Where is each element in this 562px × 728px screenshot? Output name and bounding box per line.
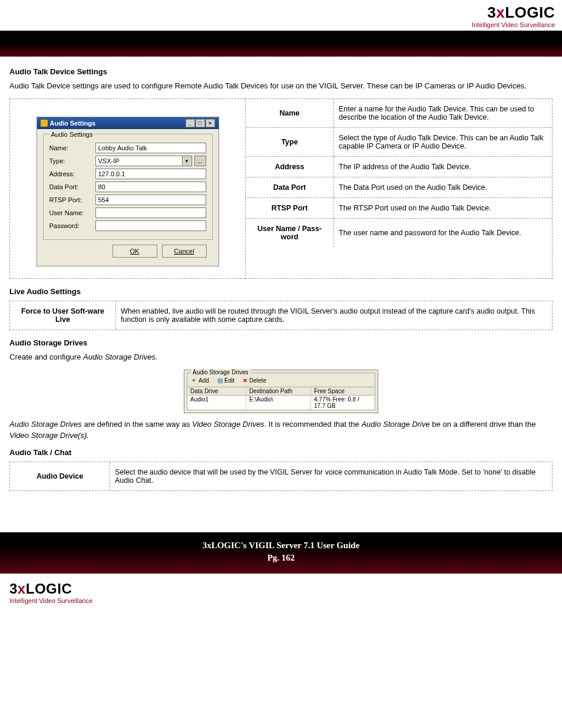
row-desc-dataport: The Data Port used on the Audio Talk Dev… [334, 177, 552, 197]
input-username[interactable] [95, 207, 206, 218]
section-intro-audio-talk-device: Audio Talk Device settings are used to c… [9, 81, 553, 91]
audio-settings-screenshot: Audio Settings _ □ × Audio Settings [9, 98, 245, 279]
dialog-title-text: Audio Settings [50, 120, 96, 127]
top-logo: 3xLOGIC Intelligent Video Surveillance [0, 0, 562, 31]
col-data-drive: Data Drive [187, 387, 246, 395]
label-name: Name: [49, 144, 95, 151]
row-label-userpass: User Name / Pass-word [246, 219, 334, 247]
cancel-button[interactable]: Cancel [162, 245, 207, 258]
logo-wordmark-bottom: 3xLOGIC [9, 582, 553, 596]
cell-dest-path: E:\Audio\ [246, 396, 311, 410]
audio-settings-dialog: Audio Settings _ □ × Audio Settings [37, 117, 219, 266]
row-label-dataport: Data Port [246, 177, 334, 197]
section-title-audio-talk-chat: Audio Talk / Chat [9, 448, 553, 457]
chat-row-desc: Select the audio device that will be use… [110, 462, 552, 490]
chat-row-label: Audio Device [10, 462, 110, 490]
storage-grid-header: Data Drive Destination Path Free Space [187, 387, 375, 396]
content-area: Audio Talk Device Settings Audio Talk De… [0, 67, 562, 491]
storage-intro: Create and configure Audio Storage Drive… [9, 352, 553, 363]
maximize-button[interactable]: □ [196, 119, 205, 127]
row-label-address: Address [246, 157, 334, 177]
row-desc-address: The IP address of the Audio Talk Device. [334, 157, 552, 177]
storage-grid-row[interactable]: Audio1 E:\Audio\ 4.77% Free: 0.8 / 17.7 … [187, 396, 375, 410]
document-page: 3xLOGIC Intelligent Video Surveillance A… [0, 0, 562, 616]
row-label-rtspport: RTSP Port [246, 198, 334, 218]
audio-chat-table: Audio Device Select the audio device tha… [9, 462, 553, 491]
delete-icon: ✕ [243, 377, 247, 384]
section-title-storage: Audio Storage Drives [9, 338, 553, 347]
footer-page: Pg. 162 [0, 552, 562, 564]
window-buttons: _ □ × [186, 119, 215, 127]
cell-free-space: 4.77% Free: 0.8 / 17.7 GB [311, 396, 375, 410]
cell-data-drive: Audio1 [187, 396, 246, 410]
input-dataport[interactable] [95, 182, 206, 192]
label-address: Address: [49, 170, 95, 177]
col-dest-path: Destination Path [246, 387, 311, 395]
minimize-button[interactable]: _ [186, 119, 195, 127]
fieldset-legend: Audio Settings [49, 131, 95, 138]
storage-edit-button[interactable]: ▤Edit [217, 376, 234, 384]
live-row-desc: When enabled, live audio will be routed … [116, 301, 552, 330]
input-rtspport[interactable] [95, 195, 206, 205]
section-title-audio-talk-device: Audio Talk Device Settings [9, 67, 553, 76]
logo-x: x [496, 4, 505, 21]
logo-tagline-bottom: Intelligent Video Surveillance [9, 597, 553, 604]
audio-talk-settings-table: Name Enter a name for the Audio Talk Dev… [245, 98, 553, 279]
type-dropdown-icon[interactable]: ▼ [183, 156, 192, 166]
logo-tagline: Intelligent Video Surveillance [0, 21, 555, 28]
footer-banner: 3xLOGIC's VIGIL Server 7.1 User Guide Pg… [0, 532, 562, 574]
type-more-button[interactable]: ... [194, 156, 206, 166]
storage-add-button[interactable]: ＋Add [191, 376, 209, 384]
storage-legend: Audio Storage Drives [191, 369, 250, 375]
storage-toolbar: ＋Add ▤Edit ✕Delete [187, 376, 375, 387]
storage-explainer: Audio Storage Drives are defined in the … [9, 419, 553, 440]
dialog-icon [41, 120, 48, 127]
row-label-name: Name [246, 99, 334, 127]
row-desc-type: Select the type of Audio Talk Device. Th… [334, 128, 552, 156]
storage-screenshot: Audio Storage Drives ＋Add ▤Edit ✕Delete … [9, 370, 553, 413]
storage-intro-italic: Audio Storage Drives. [83, 353, 157, 361]
input-name[interactable] [95, 143, 206, 153]
label-username: User Name: [49, 209, 95, 216]
row-desc-rtspport: The RTSP Port used on the Audio Talk Dev… [334, 198, 552, 218]
logo-wordmark: 3xLOGIC [0, 5, 555, 20]
logo-3: 3 [487, 4, 496, 21]
live-audio-table: Force to User Soft-ware Live When enable… [9, 301, 553, 330]
logo-logic: LOGIC [505, 4, 555, 21]
label-dataport: Data Port: [49, 183, 95, 190]
row-label-type: Type [246, 128, 334, 156]
plus-icon: ＋ [191, 376, 197, 384]
dialog-titlebar: Audio Settings _ □ × [37, 117, 219, 129]
audio-talk-settings-block: Audio Settings _ □ × Audio Settings [9, 98, 553, 279]
bottom-logo: 3xLOGIC Intelligent Video Surveillance [0, 574, 562, 616]
label-password: Password: [49, 222, 95, 229]
input-type[interactable] [95, 156, 183, 166]
col-free-space: Free Space [311, 387, 375, 395]
live-row-label: Force to User Soft-ware Live [10, 301, 116, 330]
label-rtspport: RTSP Port: [49, 196, 95, 203]
close-button[interactable]: × [206, 119, 215, 127]
input-password[interactable] [95, 220, 206, 231]
storage-intro-prefix: Create and configure [9, 353, 83, 361]
storage-grid: Data Drive Destination Path Free Space A… [187, 387, 375, 410]
section-title-live-audio: Live Audio Settings [9, 287, 553, 296]
label-type: Type: [49, 157, 95, 164]
storage-delete-button[interactable]: ✕Delete [243, 376, 266, 384]
header-banner [0, 31, 562, 57]
input-address[interactable] [95, 169, 206, 179]
footer-title: 3xLOGIC's VIGIL Server 7.1 User Guide [0, 539, 562, 552]
ok-button[interactable]: OK [113, 245, 157, 258]
row-desc-userpass: The user name and password for the Audio… [334, 219, 552, 247]
row-desc-name: Enter a name for the Audio Talk Device. … [334, 99, 552, 127]
edit-icon: ▤ [217, 377, 223, 384]
